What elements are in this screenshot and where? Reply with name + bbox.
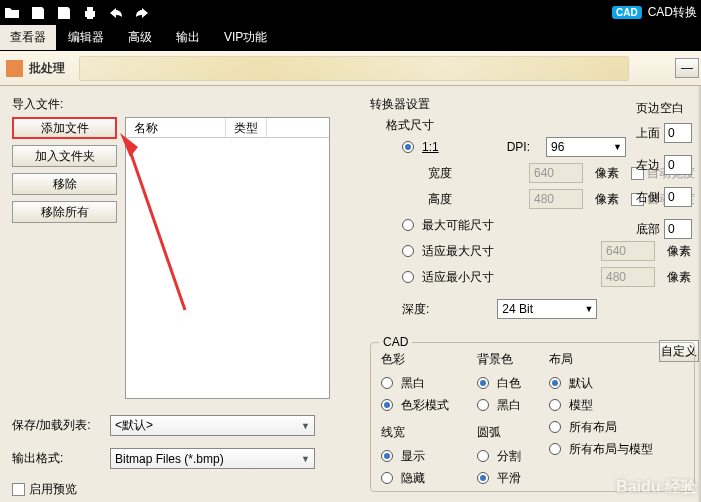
radio-default[interactable] [549, 377, 561, 389]
batch-icon [6, 60, 23, 77]
menubar: 查看器 编辑器 高级 输出 VIP功能 [0, 25, 701, 51]
radio-smooth[interactable] [477, 472, 489, 484]
margins-title: 页边空白 [636, 100, 701, 117]
radio-all[interactable] [549, 421, 561, 433]
list-dropdown[interactable]: <默认> [110, 415, 315, 436]
radio-model[interactable] [549, 399, 561, 411]
margin-left-input[interactable]: 0 [664, 155, 692, 175]
file-list: 名称 类型 [125, 117, 330, 399]
radio-hide[interactable] [381, 472, 393, 484]
radio-max[interactable] [402, 219, 414, 231]
layout-title: 布局 [549, 351, 653, 368]
add-file-button[interactable]: 添加文件 [12, 117, 117, 139]
save-all-icon[interactable] [56, 5, 72, 21]
print-icon[interactable] [82, 5, 98, 21]
depth-select[interactable]: 24 Bit [497, 299, 597, 319]
preview-checkbox[interactable]: 启用预览 [12, 481, 352, 498]
tab-editor[interactable]: 编辑器 [56, 25, 116, 50]
margins-panel: 页边空白 上面0 左边0 右侧0 底部0 [636, 100, 701, 245]
add-folder-button[interactable]: 加入文件夹 [12, 145, 117, 167]
cad-convert-label[interactable]: CAD转换 [648, 4, 697, 21]
radio-split[interactable] [477, 450, 489, 462]
margin-right-input[interactable]: 0 [664, 187, 692, 207]
title-toolbar: CAD CAD转换 [0, 0, 701, 25]
save-icon[interactable] [30, 5, 46, 21]
cad-badge: CAD [612, 6, 642, 19]
undo-icon[interactable] [108, 5, 124, 21]
height-input: 480 [529, 189, 583, 209]
batch-label: 批处理 [29, 60, 65, 77]
redo-icon[interactable] [134, 5, 150, 21]
list-label: 保存/加载列表: [12, 417, 102, 434]
width-input: 640 [529, 163, 583, 183]
radio-white[interactable] [477, 377, 489, 389]
blurred-toolbar-area [79, 56, 629, 81]
bg-title: 背景色 [477, 351, 521, 368]
margin-bottom-input[interactable]: 0 [664, 219, 692, 239]
cad-group-title: CAD [379, 335, 412, 349]
radio-1-1[interactable] [402, 141, 414, 153]
edge-shadow [697, 86, 701, 502]
col-type[interactable]: 类型 [226, 118, 267, 137]
tab-vip[interactable]: VIP功能 [212, 25, 279, 50]
import-label: 导入文件: [12, 96, 352, 113]
fit-min-input: 480 [601, 267, 655, 287]
checkbox-icon [12, 483, 25, 496]
output-label: 输出格式: [12, 450, 102, 467]
output-dropdown[interactable]: Bitmap Files (*.bmp) [110, 448, 315, 469]
tab-viewer[interactable]: 查看器 [0, 25, 56, 50]
radio-black[interactable] [477, 399, 489, 411]
radio-fit-max[interactable] [402, 245, 414, 257]
radio-show[interactable] [381, 450, 393, 462]
radio-fit-min[interactable] [402, 271, 414, 283]
remove-all-button[interactable]: 移除所有 [12, 201, 117, 223]
color-title: 色彩 [381, 351, 449, 368]
arc-title: 圆弧 [477, 424, 521, 441]
radio-bw[interactable] [381, 377, 393, 389]
remove-button[interactable]: 移除 [12, 173, 117, 195]
tab-advanced[interactable]: 高级 [116, 25, 164, 50]
col-name[interactable]: 名称 [126, 118, 226, 137]
radio-all-model[interactable] [549, 443, 561, 455]
radio-color[interactable] [381, 399, 393, 411]
sub-toolbar: 批处理 — [0, 51, 701, 86]
tab-output[interactable]: 输出 [164, 25, 212, 50]
minimize-button[interactable]: — [675, 58, 699, 78]
open-icon[interactable] [4, 5, 20, 21]
margin-top-input[interactable]: 0 [664, 123, 692, 143]
dpi-select[interactable]: 96 [546, 137, 626, 157]
watermark: Baidu 经验 [616, 477, 697, 498]
line-title: 线宽 [381, 424, 449, 441]
